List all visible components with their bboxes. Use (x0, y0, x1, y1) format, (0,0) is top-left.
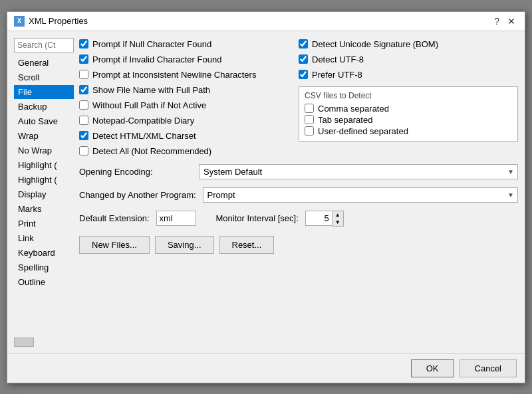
saving-button[interactable]: Saving... (155, 236, 214, 254)
csv-option-tab: Tab separated (305, 114, 512, 126)
changed-program-label: Changed by Another Program: (79, 190, 196, 200)
checkbox-htmlxml[interactable] (79, 131, 88, 140)
checkbox-row-fullpath: Show File Name with Full Path (79, 84, 299, 96)
checkbox-row-detectall: Detect All (Not Recommended) (79, 145, 299, 157)
sidebar-item-file[interactable]: File (14, 85, 74, 99)
checkbox-row-notactive: Without Full Path if Not Active (79, 99, 299, 112)
checkboxes-grid: Prompt if Null Character Found Prompt if… (79, 38, 518, 157)
csv-option-comma: Comma separated (305, 103, 512, 114)
csv-box: CSV files to Detect Comma separated Tab … (299, 86, 518, 142)
label-htmlxml: Detect HTML/XML Charset (92, 131, 196, 141)
changed-program-row: Changed by Another Program: Prompt Reloa… (79, 186, 518, 204)
left-checkboxes: Prompt if Null Character Found Prompt if… (79, 38, 299, 157)
checkbox-row-newline: Prompt at Inconsistent Newline Character… (79, 68, 299, 81)
label-newline: Prompt at Inconsistent Newline Character… (92, 70, 256, 80)
label-comma-separated: Comma separated (318, 104, 389, 114)
sidebar-item-keyboard[interactable]: Keyboard (14, 246, 74, 260)
sidebar-item-nowrap[interactable]: No Wrap (14, 144, 74, 157)
title-bar: X XML Properties ? ✕ (7, 12, 525, 31)
title-bar-left: X XML Properties (14, 16, 88, 27)
sidebar-item-highlight1[interactable]: Highlight ( (14, 158, 74, 172)
reset-button[interactable]: Reset... (219, 236, 275, 254)
sidebar: General Scroll File Backup Auto Save Wra… (14, 38, 74, 347)
sidebar-item-backup[interactable]: Backup (14, 100, 74, 114)
label-detectall: Detect All (Not Recommended) (92, 146, 211, 156)
action-buttons: New Files... Saving... Reset... (79, 236, 518, 254)
spin-buttons: ▲ ▼ (332, 211, 344, 227)
checkbox-notactive[interactable] (79, 100, 88, 110)
checkbox-fullpath[interactable] (79, 85, 88, 94)
checkbox-row-bom: Detect Unicode Signature (BOM) (299, 38, 518, 50)
opening-encoding-select[interactable]: System Default UTF-8 UTF-16 ASCII Latin-… (199, 164, 518, 179)
checkbox-row-prefer-utf8: Prefer UTF-8 (299, 68, 518, 81)
default-extension-input[interactable] (156, 211, 196, 226)
csv-title: CSV files to Detect (305, 91, 512, 100)
spin-up-button[interactable]: ▲ (332, 211, 343, 219)
sidebar-item-spelling[interactable]: Spelling (14, 260, 74, 274)
label-notepad: Notepad-Compatible Diary (92, 116, 194, 126)
checkbox-row-invalid: Prompt if Invalid Character Found (79, 53, 299, 66)
extension-monitor-row: Default Extension: Monitor Interval [sec… (79, 209, 518, 228)
cancel-button[interactable]: Cancel (460, 359, 517, 377)
checkbox-notepad[interactable] (79, 116, 88, 125)
checkbox-row-notepad: Notepad-Compatible Diary (79, 114, 299, 127)
opening-encoding-select-wrapper: System Default UTF-8 UTF-16 ASCII Latin-… (199, 164, 518, 179)
right-checkboxes: Detect Unicode Signature (BOM) Detect UT… (299, 38, 518, 157)
checkbox-row-utf8: Detect UTF-8 (299, 53, 518, 66)
checkbox-newline[interactable] (79, 70, 88, 79)
label-userdefined-separated: User-defined separated (318, 126, 408, 136)
ok-button[interactable]: OK (411, 359, 454, 377)
checkbox-invalid-char[interactable] (79, 54, 88, 64)
default-ext-label: Default Extension: (79, 213, 150, 223)
changed-program-select-wrapper: Prompt Reload Ignore ▼ (203, 187, 518, 203)
label-fullpath: Show File Name with Full Path (92, 85, 210, 95)
main-panel: Prompt if Null Character Found Prompt if… (79, 38, 518, 347)
footer: OK Cancel (7, 353, 525, 383)
monitor-input-wrap: ▲ ▼ (305, 211, 344, 227)
label-tab-separated: Tab separated (318, 115, 372, 125)
content-area: General Scroll File Backup Auto Save Wra… (7, 31, 525, 353)
checkbox-prefer-utf8[interactable] (299, 70, 308, 79)
checkbox-bom[interactable] (299, 39, 308, 49)
sidebar-item-display[interactable]: Display (14, 187, 74, 201)
xml-properties-dialog: X XML Properties ? ✕ General Scroll File… (7, 11, 525, 383)
checkbox-row-null: Prompt if Null Character Found (79, 38, 299, 50)
checkbox-utf8[interactable] (299, 54, 308, 64)
opening-encoding-label: Opening Encoding: (79, 167, 192, 177)
sidebar-item-scroll[interactable]: Scroll (14, 70, 74, 84)
sidebar-item-marks[interactable]: Marks (14, 202, 74, 216)
label-notactive: Without Full Path if Not Active (92, 100, 206, 110)
sidebar-item-general[interactable]: General (14, 56, 74, 70)
new-files-button[interactable]: New Files... (79, 236, 150, 254)
checkbox-null-char[interactable] (79, 39, 88, 49)
label-prefer-utf8: Prefer UTF-8 (312, 70, 362, 80)
title-controls: ? ✕ (491, 16, 518, 27)
changed-program-select[interactable]: Prompt Reload Ignore (203, 187, 518, 203)
sidebar-item-highlight2[interactable]: Highlight ( (14, 173, 74, 187)
sidebar-item-link[interactable]: Link (14, 231, 74, 245)
monitor-interval-input[interactable] (305, 211, 332, 226)
checkbox-comma-separated[interactable] (305, 104, 314, 113)
help-button[interactable]: ? (491, 16, 502, 27)
dialog-title: XML Properties (29, 16, 88, 26)
sidebar-scrollbar[interactable] (14, 338, 34, 347)
close-button[interactable]: ✕ (505, 16, 518, 27)
checkbox-tab-separated[interactable] (305, 115, 314, 124)
csv-option-userdefined: User-defined separated (305, 126, 512, 137)
label-null-char: Prompt if Null Character Found (92, 39, 211, 49)
label-utf8: Detect UTF-8 (312, 54, 364, 64)
sidebar-item-autosave[interactable]: Auto Save (14, 114, 74, 128)
label-bom: Detect Unicode Signature (BOM) (312, 39, 438, 49)
label-invalid-char: Prompt if Invalid Character Found (92, 54, 221, 64)
sidebar-item-outline[interactable]: Outline (14, 275, 74, 289)
monitor-interval-label: Monitor Interval [sec]: (216, 213, 299, 223)
spin-down-button[interactable]: ▼ (332, 219, 343, 226)
sidebar-item-wrap[interactable]: Wrap (14, 129, 74, 143)
checkbox-userdefined-separated[interactable] (305, 126, 314, 136)
search-input[interactable] (14, 38, 74, 52)
opening-encoding-row: Opening Encoding: System Default UTF-8 U… (79, 163, 518, 181)
checkbox-detectall[interactable] (79, 146, 88, 155)
checkbox-row-htmlxml: Detect HTML/XML Charset (79, 130, 299, 142)
dialog-icon: X (14, 16, 25, 27)
sidebar-item-print[interactable]: Print (14, 217, 74, 231)
